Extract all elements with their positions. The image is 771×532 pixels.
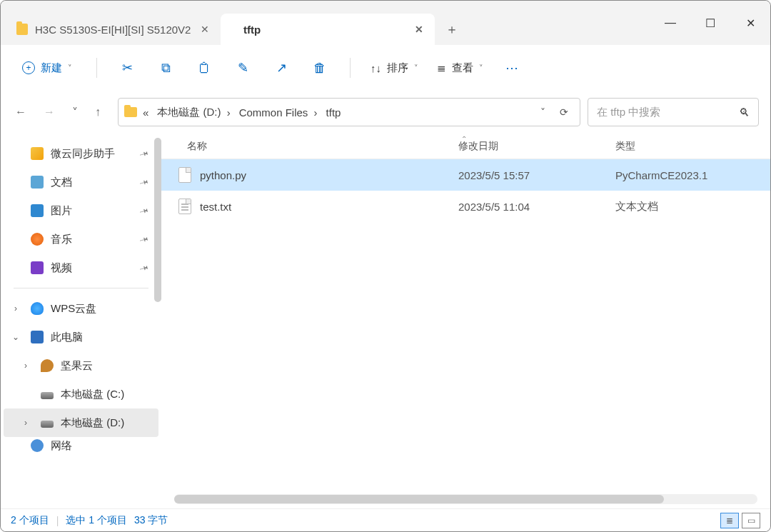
sort-button[interactable]: ↑↓ 排序 (368, 57, 421, 79)
back-button[interactable]: ← (12, 103, 29, 122)
view-label: 查看 (452, 61, 473, 75)
tree-arrow-icon[interactable]: › (21, 361, 31, 371)
pin-icon: 📌︎ (137, 146, 151, 160)
rename-button[interactable]: ✎ (230, 55, 256, 81)
tab-label: tftp (243, 24, 261, 36)
sidebar-quick-item[interactable]: 音乐📌︎ (4, 225, 158, 254)
tab-inactive[interactable]: H3C S5130S-EI[HI][SI] S5120V2 ✕ (6, 14, 221, 45)
video-icon (31, 261, 44, 274)
sidebar-tree-item[interactable]: ⌄此电脑 (4, 323, 158, 351)
doc-icon (31, 176, 44, 189)
tab-label: H3C S5130S-EI[HI][SI] S5120V2 (35, 24, 191, 36)
scrollbar[interactable] (154, 138, 161, 302)
share-button[interactable]: ↗ (268, 55, 294, 81)
file-icon (178, 199, 191, 214)
new-button[interactable]: + 新建 (15, 57, 79, 79)
new-tab-button[interactable]: ＋ (435, 14, 469, 45)
file-type: 文本文档 (615, 200, 770, 214)
col-type[interactable]: 类型 (615, 140, 770, 153)
sort-indicator-icon: ⌃ (461, 135, 467, 143)
net-icon (31, 439, 44, 452)
paste-button[interactable]: 📋︎ (191, 55, 217, 81)
cut-button[interactable]: ✂ (114, 55, 140, 81)
address-dropdown-icon[interactable]: ˅ (535, 104, 551, 121)
pin-icon: 📌︎ (137, 204, 151, 217)
maximize-button[interactable]: ☐ (690, 8, 730, 38)
file-list: 名称 修改日期 类型 ⌃ python.py2023/5/5 15:57PyCh… (161, 134, 770, 508)
cloud-icon (31, 302, 44, 315)
sidebar-item-label: 本地磁盘 (D:) (61, 416, 124, 430)
pin-icon: 📌︎ (137, 261, 151, 274)
sidebar-item-label: 坚果云 (61, 359, 93, 373)
folder-icon (124, 107, 137, 117)
status-bar: 2 个项目 | 选中 1 个项目 33 字节 ≣ ▭ (1, 508, 770, 531)
sidebar-quick-item[interactable]: 文档📌︎ (4, 168, 158, 196)
pc-icon (31, 331, 44, 343)
col-name[interactable]: 名称 (187, 140, 458, 153)
selection-size: 33 字节 (134, 514, 168, 527)
copy-button[interactable]: ⧉ (153, 55, 178, 81)
close-tab-icon[interactable]: ✕ (413, 22, 425, 36)
pin-icon: 📌︎ (137, 175, 151, 189)
column-headers: 名称 修改日期 类型 ⌃ (161, 134, 770, 159)
file-name: python.py (200, 169, 246, 181)
close-button[interactable]: ✕ (730, 8, 770, 38)
forward-button[interactable]: → (41, 103, 58, 122)
sidebar-quick-item[interactable]: 图片📌︎ (4, 196, 158, 225)
tree-arrow-icon[interactable]: › (21, 418, 31, 428)
tree-arrow-icon[interactable]: › (11, 303, 21, 313)
breadcrumb-item[interactable]: Common Files › (236, 105, 321, 120)
chevron-down-icon (414, 64, 418, 73)
details-view-button[interactable]: ≣ (720, 513, 739, 528)
sidebar-tree-item[interactable]: ›本地磁盘 (D:) (4, 408, 158, 437)
pin-icon: 📌︎ (137, 232, 151, 246)
search-input[interactable]: 在 tftp 中搜索 🔍︎ (588, 98, 759, 126)
sidebar-tree-item[interactable]: 本地磁盘 (C:) (4, 380, 158, 408)
sidebar-quick-item[interactable]: 视频📌︎ (4, 254, 158, 282)
file-row[interactable]: python.py2023/5/5 15:57PyCharmCE2023.1 (161, 159, 770, 191)
view-icon: ≣ (437, 61, 446, 74)
sync-icon (31, 147, 44, 160)
file-date: 2023/5/5 15:57 (458, 169, 615, 181)
tree-arrow-icon[interactable]: ⌄ (11, 332, 21, 342)
drive-icon (41, 421, 54, 428)
separator (350, 58, 351, 78)
view-button[interactable]: ≣ 查看 (434, 57, 486, 79)
plus-circle-icon: + (22, 61, 35, 74)
history-button[interactable]: ˅ (69, 103, 81, 122)
sidebar-item-label: 此电脑 (51, 331, 83, 344)
sort-label: 排序 (387, 61, 408, 75)
file-date: 2023/5/5 11:04 (458, 201, 615, 213)
tab-active[interactable]: tftp ✕ (221, 14, 435, 45)
sidebar-quick-item[interactable]: 微云同步助手📌︎ (4, 139, 158, 168)
search-placeholder: 在 tftp 中搜索 (597, 106, 660, 119)
delete-button[interactable]: 🗑︎ (307, 55, 333, 81)
col-date[interactable]: 修改日期 (458, 140, 615, 153)
nav-buttons: ← → ˅ ↑ (12, 103, 104, 122)
breadcrumb-prefix: « (140, 105, 151, 120)
thumbnails-view-button[interactable]: ▭ (742, 513, 760, 528)
sidebar-tree-item[interactable]: 网络 (4, 437, 158, 454)
file-row[interactable]: test.txt2023/5/5 11:04文本文档 (161, 191, 770, 222)
breadcrumb-item[interactable]: 本地磁盘 (D:) › (154, 104, 233, 121)
sidebar-item-label: 本地磁盘 (C:) (61, 388, 124, 401)
divider (14, 288, 148, 288)
sidebar-tree-item[interactable]: ›WPS云盘 (4, 294, 158, 323)
title-bar: H3C S5130S-EI[HI][SI] S5120V2 ✕ tftp ✕ ＋… (1, 1, 770, 45)
more-button[interactable]: ⋯ (499, 55, 525, 81)
sidebar-item-label: 音乐 (51, 233, 72, 246)
pic-icon (31, 204, 44, 217)
sidebar-tree-item[interactable]: ›坚果云 (4, 351, 158, 380)
search-icon: 🔍︎ (739, 106, 750, 119)
horizontal-scrollbar[interactable] (174, 494, 757, 504)
refresh-button[interactable]: ⟳ (554, 104, 574, 121)
address-bar[interactable]: « 本地磁盘 (D:) › Common Files › tftp ˅ ⟳ (118, 98, 580, 126)
window-controls: — ☐ ✕ (650, 8, 770, 38)
up-button[interactable]: ↑ (92, 103, 104, 122)
nav-pane: 微云同步助手📌︎文档📌︎图片📌︎音乐📌︎视频📌︎ ›WPS云盘⌄此电脑›坚果云本… (1, 134, 161, 508)
minimize-button[interactable]: — (650, 8, 690, 38)
breadcrumb-item[interactable]: tftp (323, 105, 344, 120)
nut-icon (41, 359, 54, 372)
sidebar-item-label: 文档 (51, 176, 72, 189)
close-tab-icon[interactable]: ✕ (199, 22, 211, 36)
